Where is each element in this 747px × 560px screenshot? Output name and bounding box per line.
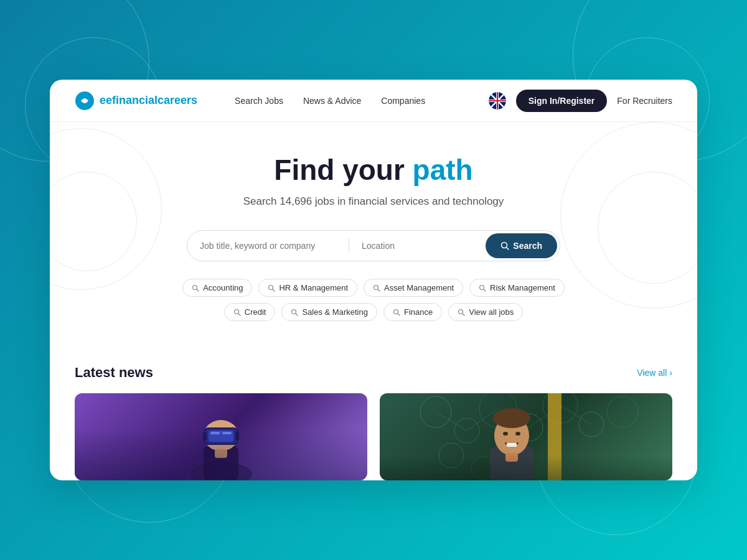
svg-line-10 — [507, 248, 509, 250]
svg-point-56 — [503, 432, 508, 436]
logo[interactable]: eefinancialcareers — [75, 91, 197, 111]
nav-search-jobs[interactable]: Search Jobs — [235, 96, 283, 106]
chip-risk-management[interactable]: Risk Management — [469, 279, 565, 297]
news-header: Latest news View all › — [75, 365, 672, 381]
svg-point-15 — [374, 285, 378, 289]
svg-point-11 — [193, 285, 197, 289]
svg-point-13 — [269, 285, 273, 289]
svg-point-57 — [515, 432, 520, 436]
svg-point-25 — [459, 309, 463, 314]
search-bar: Search — [187, 230, 560, 261]
location-input[interactable] — [349, 232, 483, 259]
svg-line-24 — [398, 314, 400, 315]
card-circle-left — [50, 128, 162, 290]
chip-view-all-jobs[interactable]: View all jobs — [448, 303, 523, 321]
svg-point-55 — [493, 408, 530, 428]
svg-point-17 — [480, 285, 484, 289]
svg-point-23 — [393, 309, 398, 314]
chip-search-icon-7 — [393, 309, 400, 316]
main-card: eefinancialcareers Search Jobs News & Ad… — [50, 80, 697, 480]
chip-search-icon-4 — [479, 284, 486, 292]
nav-right: Sign In/Register For Recruiters — [489, 90, 672, 112]
quick-links: Accounting HR & Management Asset Managem… — [162, 279, 585, 297]
chip-search-icon-3 — [373, 284, 380, 292]
news-card-vr[interactable] — [75, 393, 367, 480]
svg-point-1 — [83, 99, 87, 103]
hero-subtitle: Search 14,696 jobs in financial services… — [75, 195, 672, 208]
for-recruiters-link[interactable]: For Recruiters — [617, 96, 672, 106]
latest-news-section: Latest news View all › — [50, 346, 697, 480]
svg-rect-58 — [507, 443, 517, 447]
chip-credit[interactable]: Credit — [224, 303, 276, 321]
logo-icon — [75, 91, 95, 111]
svg-line-18 — [484, 289, 486, 291]
card-circle-right2 — [598, 172, 697, 284]
quick-links-row2: Credit Sales & Marketing Finance — [162, 303, 585, 321]
svg-line-20 — [238, 314, 240, 315]
sign-in-button[interactable]: Sign In/Register — [516, 90, 608, 112]
news-section-title: Latest news — [75, 365, 153, 381]
view-all-link[interactable]: View all › — [637, 368, 672, 378]
chip-hr-management[interactable]: HR & Management — [258, 279, 357, 297]
chip-accounting[interactable]: Accounting — [182, 279, 252, 297]
chip-asset-management[interactable]: Asset Management — [364, 279, 463, 297]
nav-news-advice[interactable]: News & Advice — [303, 96, 361, 106]
logo-text: eefinancialcareers — [100, 94, 197, 107]
svg-point-21 — [292, 309, 296, 314]
svg-line-12 — [197, 289, 199, 291]
chip-finance[interactable]: Finance — [383, 303, 442, 321]
svg-point-44 — [607, 396, 638, 427]
nav-links: Search Jobs News & Advice Companies — [235, 96, 425, 106]
keyword-input[interactable] — [187, 232, 349, 259]
chip-search-icon — [192, 284, 199, 292]
hero-title: Find your path — [75, 153, 672, 187]
svg-point-19 — [234, 309, 238, 314]
chip-search-icon-2 — [268, 284, 275, 292]
hero-section: Find your path Search 14,696 jobs in fin… — [50, 122, 697, 346]
chip-search-icon-5 — [233, 309, 241, 316]
search-button[interactable]: Search — [486, 233, 557, 258]
nav-companies[interactable]: Companies — [381, 96, 425, 106]
card-circle-left2 — [50, 172, 137, 271]
chip-search-icon-8 — [458, 309, 465, 316]
chip-sales-marketing[interactable]: Sales & Marketing — [281, 303, 377, 321]
navbar: eefinancialcareers Search Jobs News & Ad… — [50, 80, 697, 122]
language-flag[interactable] — [489, 92, 506, 110]
svg-line-14 — [273, 289, 275, 291]
news-cards-grid — [75, 393, 672, 480]
svg-line-26 — [463, 314, 464, 315]
chip-search-icon-6 — [291, 309, 298, 316]
svg-line-22 — [296, 314, 298, 315]
search-icon — [500, 241, 509, 250]
news-card-tech[interactable] — [380, 393, 672, 480]
svg-line-16 — [378, 289, 380, 291]
